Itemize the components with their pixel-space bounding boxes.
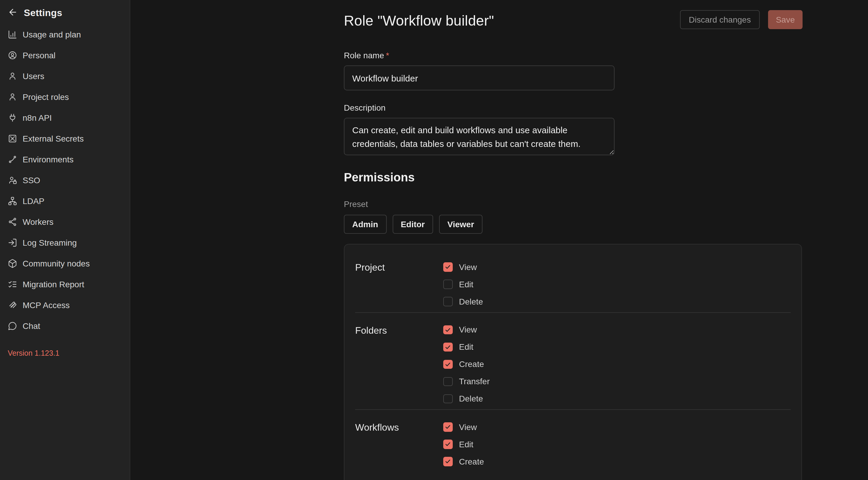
role-name-label-text: Role name (344, 51, 384, 60)
checkbox-checked[interactable] (443, 342, 453, 352)
sidebar-item-usage-and-plan[interactable]: Usage and plan (0, 24, 130, 44)
permission-row-folders-view: View (443, 325, 490, 334)
header-actions: Discard changes Save (680, 10, 803, 29)
git-branch-icon-slot (8, 154, 17, 164)
sidebar-item-ldap[interactable]: LDAP (0, 190, 130, 211)
network-icon-slot (8, 196, 17, 205)
version-link[interactable]: Version 1.123.1 (8, 349, 60, 357)
sidebar-header: Settings (0, 0, 130, 19)
vault-icon (8, 133, 17, 143)
sidebar-item-users[interactable]: Users (0, 65, 130, 86)
permission-row-folders-transfer: Transfer (443, 377, 490, 386)
permission-label: Delete (459, 394, 483, 404)
preset-label: Preset (344, 199, 868, 209)
checkbox-checked[interactable] (443, 359, 453, 369)
sidebar-item-chat[interactable]: Chat (0, 315, 130, 336)
permission-group-project: Project View Edit Delete (355, 259, 790, 312)
share-nodes-icon (8, 217, 17, 226)
checkbox-unchecked[interactable] (443, 377, 453, 386)
checkbox-checked[interactable] (443, 422, 453, 431)
user-lock-icon-slot (8, 175, 17, 185)
preset-button-admin[interactable]: Admin (344, 215, 386, 234)
permission-row-folders-delete: Delete (443, 394, 490, 403)
checkbox-checked[interactable] (443, 262, 453, 271)
sidebar-item-n8n-api[interactable]: n8n API (0, 107, 130, 128)
preset-button-viewer[interactable]: Viewer (439, 215, 483, 234)
sidebar-item-label: Environments (23, 154, 73, 164)
permission-label: Delete (459, 297, 483, 306)
checkbox-checked[interactable] (443, 457, 453, 466)
sidebar-title: Settings (24, 8, 62, 19)
sidebar-item-project-roles[interactable]: Project roles (0, 86, 130, 107)
role-name-input[interactable] (344, 65, 615, 90)
sidebar-nav: Usage and plan Personal Users Project ro… (0, 24, 130, 336)
preset-buttons: AdminEditorViewer (344, 215, 868, 234)
sidebar-item-label: Users (23, 71, 44, 81)
network-icon (8, 196, 17, 205)
log-in-icon (8, 237, 17, 247)
description-label: Description (344, 103, 868, 113)
checkbox-unchecked[interactable] (443, 280, 453, 289)
permission-row-project-view: View (443, 262, 483, 271)
chart-column-icon (8, 29, 17, 39)
save-button[interactable]: Save (768, 10, 803, 29)
sidebar-item-label: Personal (23, 50, 56, 60)
check-icon (444, 441, 451, 448)
required-asterisk: * (386, 51, 389, 60)
sidebar-item-workers[interactable]: Workers (0, 211, 130, 232)
sidebar-item-external-secrets[interactable]: External Secrets (0, 128, 130, 149)
permission-row-workflows-create: Create (443, 457, 484, 466)
box-icon-slot (8, 258, 17, 268)
checkbox-unchecked[interactable] (443, 297, 453, 306)
sidebar-item-label: Usage and plan (23, 29, 81, 39)
sidebar-item-personal[interactable]: Personal (0, 44, 130, 65)
user-lock-icon (8, 175, 17, 185)
preset-button-editor[interactable]: Editor (392, 215, 433, 234)
user-circle-icon (8, 50, 17, 60)
arrow-left-icon (8, 7, 18, 17)
permission-row-project-edit: Edit (443, 280, 483, 289)
back-button[interactable] (8, 7, 18, 19)
user-circle-icon-slot (8, 50, 17, 60)
checkbox-checked[interactable] (443, 440, 453, 449)
permission-label: Edit (459, 440, 473, 449)
permission-label: Edit (459, 342, 473, 352)
chat-bubble-icon-slot (8, 321, 17, 330)
discard-changes-button[interactable]: Discard changes (680, 10, 760, 29)
sidebar-item-label: MCP Access (23, 300, 70, 310)
permission-label: View (459, 325, 477, 334)
sidebar-item-migration-report[interactable]: Migration Report (0, 274, 130, 294)
permissions-panel: Project View Edit Delete Folders (344, 244, 802, 480)
list-checks-icon-slot (8, 279, 17, 289)
sidebar-item-log-streaming[interactable]: Log Streaming (0, 232, 130, 253)
chart-column-icon-slot (8, 29, 17, 39)
check-icon (444, 458, 451, 465)
sidebar-item-sso[interactable]: SSO (0, 169, 130, 190)
arrow-left-icon (8, 7, 18, 19)
sidebar-item-label: Project roles (23, 92, 69, 101)
sidebar-item-mcp-access[interactable]: MCP Access (0, 294, 130, 315)
permission-row-project-delete: Delete (443, 297, 483, 306)
checkbox-unchecked[interactable] (443, 394, 453, 403)
chat-bubble-icon (8, 321, 17, 330)
sidebar-item-label: Log Streaming (23, 237, 77, 247)
sidebar-item-label: Migration Report (23, 279, 84, 289)
sidebar-item-label: n8n API (23, 113, 52, 122)
sidebar-item-label: LDAP (23, 196, 44, 205)
sidebar-item-label: Workers (23, 217, 54, 226)
main-content: Role "Workflow builder" Discard changes … (130, 0, 868, 480)
description-textarea[interactable]: Can create, edit and build workflows and… (344, 118, 615, 155)
sidebar-item-environments[interactable]: Environments (0, 149, 130, 169)
user-icon-slot (8, 71, 17, 81)
role-name-label: Role name* (344, 51, 868, 60)
log-in-icon-slot (8, 237, 17, 247)
permission-label: Transfer (459, 377, 490, 386)
sidebar-item-community-nodes[interactable]: Community nodes (0, 253, 130, 274)
share-nodes-icon-slot (8, 217, 17, 226)
permission-group-name: Folders (355, 325, 443, 403)
check-icon (444, 263, 451, 270)
permission-row-folders-create: Create (443, 359, 490, 369)
mcp-icon-slot (8, 300, 17, 310)
sidebar-item-label: SSO (23, 175, 40, 185)
checkbox-checked[interactable] (443, 325, 453, 334)
